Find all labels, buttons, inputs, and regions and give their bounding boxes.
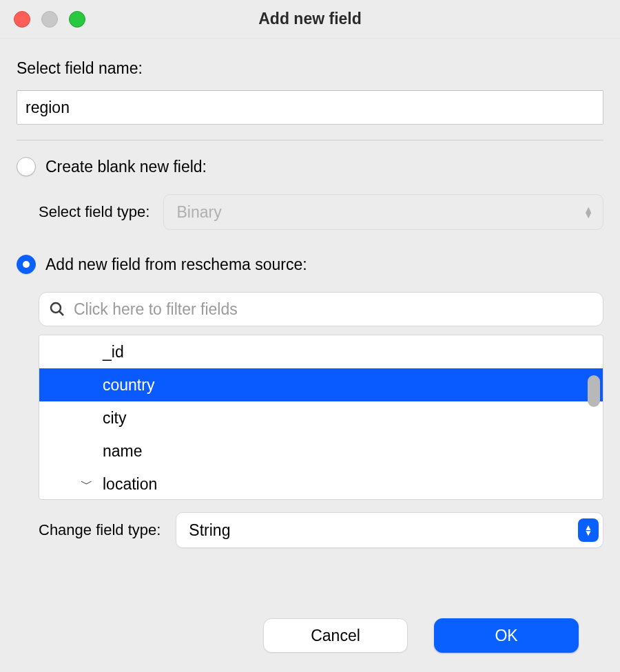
- list-item[interactable]: ﹀ location: [39, 468, 603, 500]
- updown-icon: ▲▼: [583, 207, 593, 218]
- scrollbar-thumb[interactable]: [588, 375, 600, 407]
- cancel-label: Cancel: [311, 627, 360, 645]
- divider: [17, 140, 603, 140]
- svg-line-1: [60, 312, 64, 316]
- ok-label: OK: [495, 627, 517, 645]
- svg-point-0: [51, 303, 61, 313]
- field-name: name: [103, 442, 143, 461]
- updown-icon: ▲▼: [578, 518, 599, 542]
- filter-fields-box[interactable]: [39, 292, 603, 326]
- field-type-value: Binary: [176, 203, 221, 222]
- minimize-window-button: [41, 11, 58, 28]
- list-item[interactable]: city: [39, 401, 603, 434]
- option-blank-label: Create blank new field:: [45, 158, 207, 176]
- change-type-row: Change field type: String ▲▼: [39, 512, 603, 548]
- field-name: _id: [103, 343, 124, 361]
- field-name: city: [103, 409, 127, 428]
- field-name-label: Select field name:: [17, 59, 603, 78]
- option-reschema-row[interactable]: Add new field from reschema source:: [17, 255, 603, 274]
- change-type-value: String: [189, 521, 230, 540]
- traffic-lights: [14, 11, 85, 28]
- list-item[interactable]: _id: [39, 335, 603, 368]
- window-title: Add new field: [0, 10, 620, 28]
- titlebar: Add new field: [0, 0, 620, 39]
- field-type-select: Binary ▲▼: [163, 194, 603, 230]
- field-name-input[interactable]: [17, 90, 603, 125]
- list-item[interactable]: country: [39, 368, 603, 401]
- radio-reschema[interactable]: [17, 255, 36, 274]
- field-name: country: [103, 376, 154, 395]
- field-type-row: Select field type: Binary ▲▼: [17, 194, 603, 230]
- field-name: location: [103, 475, 157, 494]
- zoom-window-button[interactable]: [69, 11, 85, 28]
- chevron-down-icon[interactable]: ﹀: [81, 476, 93, 492]
- option-reschema-label: Add new field from reschema source:: [45, 255, 307, 274]
- cancel-button[interactable]: Cancel: [263, 618, 408, 653]
- filter-fields-input[interactable]: [74, 300, 593, 319]
- scrollbar[interactable]: [583, 335, 603, 499]
- option-blank-row[interactable]: Create blank new field:: [17, 157, 603, 176]
- spacer: [17, 548, 603, 605]
- search-icon: [49, 301, 65, 317]
- fields-list[interactable]: _id country city name ﹀ location: [39, 335, 603, 500]
- change-type-select[interactable]: String ▲▼: [176, 512, 603, 548]
- dialog-window: Add new field Select field name: Create …: [0, 0, 620, 672]
- ok-button[interactable]: OK: [434, 618, 579, 653]
- field-type-label: Select field type:: [39, 203, 149, 221]
- reschema-section: _id country city name ﹀ location: [17, 292, 603, 548]
- list-item[interactable]: name: [39, 434, 603, 468]
- dialog-footer: Cancel OK: [17, 605, 603, 672]
- radio-blank[interactable]: [17, 157, 36, 176]
- dialog-content: Select field name: Create blank new fiel…: [0, 39, 620, 672]
- close-window-button[interactable]: [14, 11, 30, 28]
- change-type-label: Change field type:: [39, 521, 161, 539]
